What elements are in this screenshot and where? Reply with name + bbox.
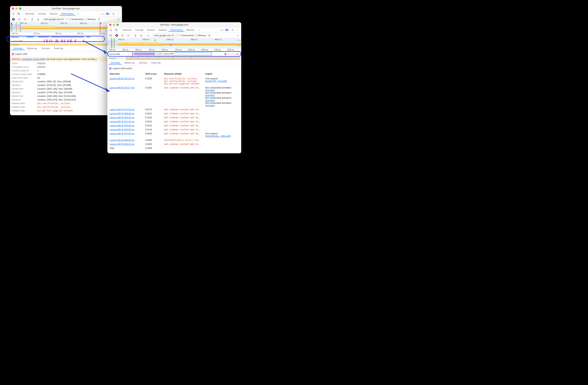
subtab-bottom-up[interactable]: Bottom-up	[25, 47, 39, 50]
recording-selector[interactable]: fonts.google.com #1	[153, 34, 177, 37]
element-link[interactable]: mat-sidenav-content.mat-dr…	[164, 116, 200, 119]
element-link[interactable]: mat-sidenav-content.mat-dr…	[164, 120, 200, 123]
element-link[interactable]: mat-sidenav-content.mat-dr…	[164, 128, 200, 131]
element-link[interactable]: mat-sidenav-content.mat-dr…	[164, 112, 200, 115]
subtab-call-tree[interactable]: Call tree	[39, 47, 52, 50]
gear-icon[interactable]	[116, 17, 121, 22]
related-node-link[interactable]: div.notification__actions	[37, 106, 70, 108]
more-tabs-icon[interactable]: »	[76, 11, 81, 16]
subtab-summary[interactable]: Summary	[108, 62, 122, 64]
layout-shift-link[interactable]: Layout shift @ 503.26 ms	[110, 116, 134, 119]
minimize-icon[interactable]	[113, 24, 115, 26]
tab-sources[interactable]: Sources	[48, 13, 59, 15]
frames-track[interactable]: Frames 67.1 ms	[107, 56, 241, 60]
inspect-icon[interactable]	[11, 11, 16, 16]
warning-badge[interactable]: ▲ 2	[100, 13, 105, 15]
subtab-event-log[interactable]: Event log	[52, 47, 65, 50]
gear-icon[interactable]	[235, 33, 240, 38]
memory-checkbox[interactable]: Memory	[85, 18, 96, 21]
overview-timeline[interactable]: 995 ms1995 ms2995 ms3995 ms4995 ms CPU N…	[107, 38, 241, 48]
layout-shift-link[interactable]: Layout shift @ 570.53 ms	[110, 132, 134, 135]
element-link[interactable]: mat-sidenav-content.mat-dr…	[164, 108, 200, 111]
time-ruler[interactable]: 197 ms297 ms397 ms497 ms597 ms	[10, 32, 122, 36]
memory-checkbox[interactable]: Memory	[195, 34, 206, 37]
kebab-icon[interactable]: ⋮	[235, 28, 240, 32]
layout-shift-link[interactable]: Layout shift @ 457.07 ms	[110, 86, 134, 89]
download-icon[interactable]	[139, 33, 144, 38]
close-icon[interactable]	[12, 7, 14, 10]
issue-badge[interactable]: ■ 1	[105, 13, 111, 15]
screenshots-checkbox[interactable]: Screenshots	[68, 18, 84, 21]
device-icon[interactable]	[114, 28, 118, 32]
culprit-link[interactable]: Animation	[205, 99, 215, 102]
tab-network[interactable]: Network	[157, 29, 168, 31]
subtab-summary[interactable]: Summary	[11, 47, 25, 50]
warning-badge[interactable]: ▲ 1	[220, 29, 225, 31]
layout-shift-link[interactable]: Layout shift @ 554.05 ms	[110, 128, 134, 131]
tab-performance[interactable]: Performance	[59, 13, 76, 16]
close-icon[interactable]	[109, 24, 111, 26]
record-button[interactable]	[114, 33, 119, 38]
culprit-link[interactable]: Animation	[205, 89, 215, 92]
recording-selector[interactable]: fonts.google.com #1	[43, 18, 67, 21]
download-icon[interactable]	[36, 17, 41, 22]
cls-link[interactable]: Cumulative Layout Shifts	[21, 58, 45, 61]
tab-console[interactable]: Console	[36, 13, 48, 15]
more-tabs-icon[interactable]: »	[196, 28, 201, 32]
minimize-icon[interactable]	[16, 7, 18, 10]
tab-elements[interactable]: Elements	[23, 13, 36, 15]
layout-shift-link[interactable]: Layout shift @ 441.20 ms	[110, 77, 134, 80]
gear-icon[interactable]	[111, 11, 116, 16]
subtab-event-log[interactable]: Event log	[149, 62, 163, 64]
element-link[interactable]: div.notification__actions	[164, 80, 197, 83]
culprit-link[interactable]: t5sJIQcYNI…IUI.woff2	[205, 80, 227, 83]
subtab-call-tree[interactable]: Call tree	[137, 62, 149, 64]
tab-performance[interactable]: Performance	[168, 29, 185, 32]
home-icon[interactable]	[146, 33, 151, 38]
layout-shift-link[interactable]: Layout shift @ 486.54 ms	[110, 112, 134, 115]
tab-sources[interactable]: Sources	[145, 29, 157, 31]
gear-icon[interactable]	[230, 28, 235, 32]
toggle-sidebar-icon[interactable]	[108, 33, 113, 38]
tab-memory[interactable]: Memory	[185, 29, 196, 31]
trash-icon[interactable]	[97, 17, 101, 22]
clear-icon[interactable]	[23, 17, 27, 22]
culprit-link[interactable]: Animation	[205, 94, 215, 97]
trash-icon[interactable]	[207, 33, 212, 38]
tab-console[interactable]: Console	[133, 29, 145, 31]
overview-timeline[interactable]: 997 ms1997 ms2997 ms3997 ms49...	[10, 22, 122, 32]
warning-more-link[interactable]: e	[95, 58, 97, 61]
element-link[interactable]: div.notification__actions	[164, 77, 197, 80]
kebab-icon[interactable]: ⋮	[116, 11, 121, 16]
culprit-link[interactable]: Animation	[205, 104, 215, 107]
reload-icon[interactable]	[17, 17, 22, 22]
device-icon[interactable]	[16, 11, 21, 16]
element-link[interactable]: mat-sidenav-content.mat-dr…	[164, 124, 200, 127]
related-node-link[interactable]: div.notification__actions	[37, 102, 70, 105]
tab-elements[interactable]: Elements	[121, 29, 133, 31]
layout-shift-link[interactable]: Layout shift @ 545.09 ms	[110, 124, 134, 127]
element-link[interactable]: div.gf-full-page.gf-content	[164, 83, 200, 85]
layout-shift-link[interactable]: Layout shift @ 588.68 ms	[110, 139, 134, 141]
maximize-icon[interactable]	[117, 24, 119, 26]
screenshots-checkbox[interactable]: Screenshots	[179, 34, 194, 37]
frames-track[interactable]: Frames	[10, 43, 122, 46]
clear-icon[interactable]	[126, 33, 131, 38]
element-link[interactable]: mat-sidenav-content.mat-dr…	[164, 86, 200, 89]
maximize-icon[interactable]	[19, 7, 21, 10]
culprit-link[interactable]: HhzMU5Ak9u…p9M.woff2	[205, 135, 231, 137]
related-node-link[interactable]: div.gf-full-page.gf-content	[37, 109, 73, 112]
element-link[interactable]: mat-sidenav-content.mat-dr…	[164, 132, 200, 135]
layout-shift-link[interactable]: Layout shift @ 604.01 ms	[110, 143, 134, 146]
element-link[interactable]: button	[164, 139, 172, 141]
reload-icon[interactable]	[120, 33, 125, 38]
record-button[interactable]	[11, 17, 16, 22]
inspect-icon[interactable]	[108, 28, 113, 32]
issue-badge[interactable]: ■ 1	[225, 29, 230, 31]
layout-shift-link[interactable]: Layout shift @ 521.16 ms	[110, 120, 134, 123]
layout-shift-link[interactable]: Layout shift @ 470.53 ms	[110, 108, 134, 111]
element-link[interactable]: mat-sidenav-content.mat-dr…	[164, 143, 200, 146]
upload-icon[interactable]	[133, 33, 138, 38]
upload-icon[interactable]	[30, 17, 35, 22]
subtab-bottom-up[interactable]: Bottom-up	[122, 62, 137, 64]
